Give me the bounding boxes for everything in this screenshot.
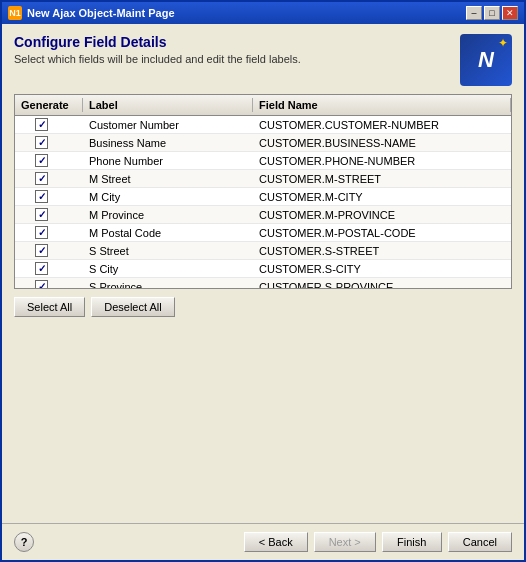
generate-cell <box>15 261 83 276</box>
row-checkbox[interactable] <box>35 262 48 275</box>
minimize-button[interactable]: – <box>466 6 482 20</box>
window-title: New Ajax Object-Maint Page <box>27 7 461 19</box>
header-text: Configure Field Details Select which fie… <box>14 34 460 65</box>
fieldname-cell: CUSTOMER.BUSINESS-NAME <box>253 136 511 150</box>
label-cell: Phone Number <box>83 154 253 168</box>
fieldname-cell: CUSTOMER.M-PROVINCE <box>253 208 511 222</box>
label-cell: M Province <box>83 208 253 222</box>
label-cell: M City <box>83 190 253 204</box>
label-cell: S Province <box>83 280 253 288</box>
table-row: M Postal CodeCUSTOMER.M-POSTAL-CODE <box>15 224 511 242</box>
label-cell: M Street <box>83 172 253 186</box>
cancel-button[interactable]: Cancel <box>448 532 512 552</box>
table-row: M StreetCUSTOMER.M-STREET <box>15 170 511 188</box>
maximize-button[interactable]: □ <box>484 6 500 20</box>
app-icon: N1 <box>8 6 22 20</box>
generate-cell <box>15 225 83 240</box>
fieldname-cell: CUSTOMER.PHONE-NUMBER <box>253 154 511 168</box>
fieldname-cell: CUSTOMER.M-POSTAL-CODE <box>253 226 511 240</box>
fieldname-cell: CUSTOMER.S-PROVINCE <box>253 280 511 288</box>
generate-cell <box>15 189 83 204</box>
row-checkbox[interactable] <box>35 208 48 221</box>
finish-button[interactable]: Finish <box>382 532 442 552</box>
row-checkbox[interactable] <box>35 280 48 288</box>
logo-star: ✦ <box>498 36 508 50</box>
fieldname-cell: CUSTOMER.S-CITY <box>253 262 511 276</box>
table-row: Phone NumberCUSTOMER.PHONE-NUMBER <box>15 152 511 170</box>
row-checkbox[interactable] <box>35 118 48 131</box>
deselect-all-button[interactable]: Deselect All <box>91 297 174 317</box>
app-logo: N ✦ <box>460 34 512 86</box>
table-header: Generate Label Field Name <box>15 95 511 116</box>
back-button[interactable]: < Back <box>244 532 308 552</box>
table-row: S CityCUSTOMER.S-CITY <box>15 260 511 278</box>
fieldname-cell: CUSTOMER.M-CITY <box>253 190 511 204</box>
selection-buttons: Select All Deselect All <box>14 297 512 317</box>
generate-cell <box>15 207 83 222</box>
label-cell: S City <box>83 262 253 276</box>
generate-cell <box>15 279 83 288</box>
table-row: M ProvinceCUSTOMER.M-PROVINCE <box>15 206 511 224</box>
generate-cell <box>15 243 83 258</box>
col-header-fieldname: Field Name <box>253 98 511 112</box>
footer: ? < Back Next > Finish Cancel <box>2 523 524 560</box>
row-checkbox[interactable] <box>35 190 48 203</box>
table-row: S ProvinceCUSTOMER.S-PROVINCE <box>15 278 511 288</box>
page-subtitle: Select which fields will be included and… <box>14 53 460 65</box>
page-title: Configure Field Details <box>14 34 460 50</box>
select-all-button[interactable]: Select All <box>14 297 85 317</box>
generate-cell <box>15 171 83 186</box>
close-button[interactable]: ✕ <box>502 6 518 20</box>
table-row: Business NameCUSTOMER.BUSINESS-NAME <box>15 134 511 152</box>
label-cell: Customer Number <box>83 118 253 132</box>
main-window: N1 New Ajax Object-Maint Page – □ ✕ Conf… <box>0 0 526 562</box>
label-cell: Business Name <box>83 136 253 150</box>
col-header-generate: Generate <box>15 98 83 112</box>
col-header-label: Label <box>83 98 253 112</box>
table-body: Customer NumberCUSTOMER.CUSTOMER-NUMBERB… <box>15 116 511 288</box>
row-checkbox[interactable] <box>35 244 48 257</box>
row-checkbox[interactable] <box>35 226 48 239</box>
help-button[interactable]: ? <box>14 532 34 552</box>
row-checkbox[interactable] <box>35 136 48 149</box>
generate-cell <box>15 117 83 132</box>
label-cell: M Postal Code <box>83 226 253 240</box>
label-cell: S Street <box>83 244 253 258</box>
fieldname-cell: CUSTOMER.M-STREET <box>253 172 511 186</box>
row-checkbox[interactable] <box>35 172 48 185</box>
footer-nav-buttons: < Back Next > Finish Cancel <box>244 532 512 552</box>
table-row: S StreetCUSTOMER.S-STREET <box>15 242 511 260</box>
generate-cell <box>15 153 83 168</box>
table-row: Customer NumberCUSTOMER.CUSTOMER-NUMBER <box>15 116 511 134</box>
fieldname-cell: CUSTOMER.CUSTOMER-NUMBER <box>253 118 511 132</box>
titlebar-buttons: – □ ✕ <box>466 6 518 20</box>
fieldname-cell: CUSTOMER.S-STREET <box>253 244 511 258</box>
table-row: M CityCUSTOMER.M-CITY <box>15 188 511 206</box>
next-button[interactable]: Next > <box>314 532 376 552</box>
row-checkbox[interactable] <box>35 154 48 167</box>
header-section: Configure Field Details Select which fie… <box>14 34 512 86</box>
fields-table: Generate Label Field Name Customer Numbe… <box>14 94 512 289</box>
logo-text: N <box>478 47 494 73</box>
main-content: Configure Field Details Select which fie… <box>2 24 524 523</box>
generate-cell <box>15 135 83 150</box>
titlebar: N1 New Ajax Object-Maint Page – □ ✕ <box>2 2 524 24</box>
